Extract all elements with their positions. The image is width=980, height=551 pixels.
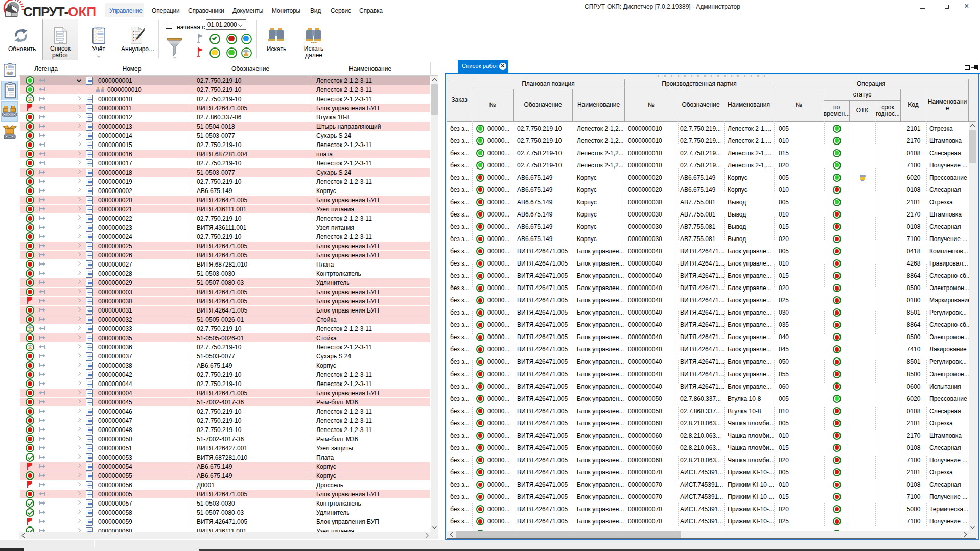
- svg-text:×: ×: [132, 38, 135, 43]
